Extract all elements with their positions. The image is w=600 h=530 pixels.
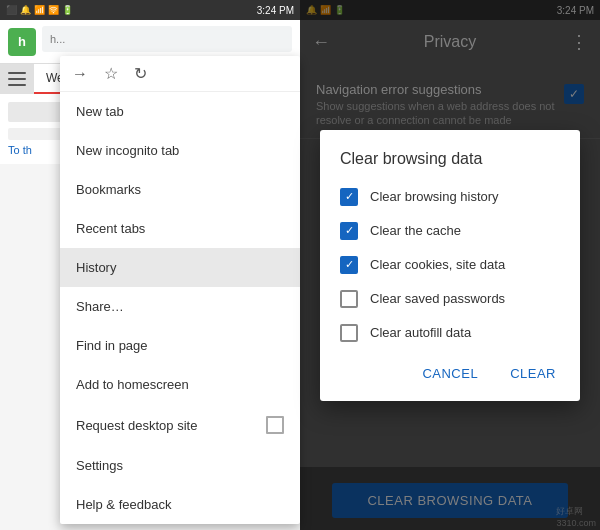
- notification-icon: 🔔: [20, 5, 31, 15]
- desktop-site-checkbox[interactable]: [266, 416, 284, 434]
- menu-top-bar: → ☆ ↻: [60, 56, 300, 92]
- status-bar-left: ⬛ 🔔 📶 🛜 🔋 3:24 PM: [0, 0, 300, 20]
- menu-item-help[interactable]: Help & feedback: [60, 485, 300, 524]
- dialog-option-3[interactable]: Clear saved passwords: [320, 282, 580, 316]
- signal-icon: 📶: [34, 5, 45, 15]
- back-icon[interactable]: →: [72, 65, 88, 83]
- left-panel: ⬛ 🔔 📶 🛜 🔋 3:24 PM h h... Web To th: [0, 0, 300, 530]
- dialog-actions: CANCEL CLEAR: [320, 350, 580, 401]
- address-bar[interactable]: h...: [42, 26, 292, 52]
- dialog-option-2[interactable]: Clear cookies, site data: [320, 248, 580, 282]
- checkbox-cookies[interactable]: [340, 256, 358, 274]
- checkbox-label-4: Clear autofill data: [370, 325, 471, 340]
- dialog-option-1[interactable]: Clear the cache: [320, 214, 580, 248]
- menu-item-new-tab[interactable]: New tab: [60, 92, 300, 131]
- menu-item-incognito[interactable]: New incognito tab: [60, 131, 300, 170]
- checkbox-label-1: Clear the cache: [370, 223, 461, 238]
- menu-item-homescreen[interactable]: Add to homescreen: [60, 365, 300, 404]
- menu-item-settings[interactable]: Settings: [60, 446, 300, 485]
- refresh-icon[interactable]: ↻: [134, 64, 147, 83]
- checkbox-cache[interactable]: [340, 222, 358, 240]
- checkbox-autofill[interactable]: [340, 324, 358, 342]
- dialog-option-4[interactable]: Clear autofill data: [320, 316, 580, 350]
- status-icons-left: ⬛ 🔔 📶 🛜 🔋: [6, 5, 73, 15]
- menu-item-find[interactable]: Find in page: [60, 326, 300, 365]
- checkbox-browsing-history[interactable]: [340, 188, 358, 206]
- clear-button[interactable]: CLEAR: [502, 362, 564, 385]
- wifi-icon: 🛜: [48, 5, 59, 15]
- clear-browsing-dialog: Clear browsing data Clear browsing histo…: [320, 130, 580, 401]
- right-panel: 🔔 📶 🔋 3:24 PM ← Privacy ⋮ Navigation err…: [300, 0, 600, 530]
- bookmark-icon[interactable]: ☆: [104, 64, 118, 83]
- dialog-option-0[interactable]: Clear browsing history: [320, 180, 580, 214]
- cancel-button[interactable]: CANCEL: [414, 362, 486, 385]
- hamburger-btn[interactable]: [0, 64, 34, 94]
- page-link[interactable]: To th: [8, 144, 32, 156]
- dropdown-menu: → ☆ ↻ New tab New incognito tab Bookmark…: [60, 56, 300, 524]
- menu-item-recent-tabs[interactable]: Recent tabs: [60, 209, 300, 248]
- chrome-icon: h: [8, 28, 36, 56]
- menu-item-history[interactable]: History: [60, 248, 300, 287]
- time-left: 3:24 PM: [257, 5, 294, 16]
- battery-icon: 🔋: [62, 5, 73, 15]
- dialog-title: Clear browsing data: [320, 130, 580, 180]
- hamburger-icon[interactable]: [8, 72, 26, 86]
- checkbox-label-3: Clear saved passwords: [370, 291, 505, 306]
- menu-item-bookmarks[interactable]: Bookmarks: [60, 170, 300, 209]
- dialog-overlay: Clear browsing data Clear browsing histo…: [300, 0, 600, 530]
- checkbox-label-2: Clear cookies, site data: [370, 257, 505, 272]
- home-icon: ⬛: [6, 5, 17, 15]
- checkbox-label-0: Clear browsing history: [370, 189, 499, 204]
- menu-item-share[interactable]: Share…: [60, 287, 300, 326]
- checkbox-passwords[interactable]: [340, 290, 358, 308]
- menu-item-desktop-site[interactable]: Request desktop site: [60, 404, 300, 446]
